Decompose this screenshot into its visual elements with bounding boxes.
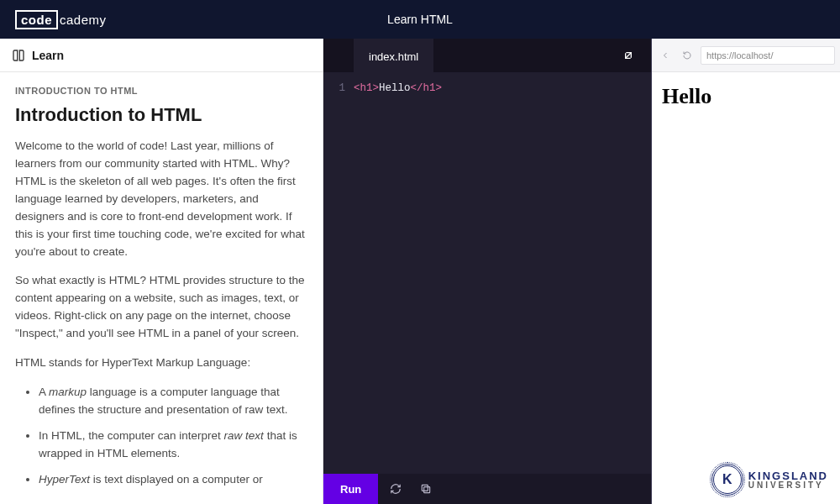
refresh-icon[interactable]: [383, 474, 408, 504]
lesson-paragraph: HTML stands for HyperText Markup Languag…: [15, 354, 307, 372]
logo-text: cademy: [58, 13, 107, 27]
editor-footer: Run: [323, 474, 651, 504]
logo-box: code: [15, 10, 58, 29]
lesson-bullet: HyperText is text displayed on a compute…: [39, 471, 307, 489]
lesson-tab-label[interactable]: Learn: [32, 49, 64, 62]
lesson-content: INTRODUCTION TO HTML Introduction to HTM…: [0, 72, 323, 504]
code-editor-panel: index.html 1 <h1>Hello</h1> Run: [323, 39, 651, 504]
lesson-eyebrow: INTRODUCTION TO HTML: [15, 86, 307, 96]
lesson-bullet: A markup language is a computer language…: [39, 384, 307, 419]
book-icon: [12, 49, 25, 62]
logo[interactable]: code cademy: [15, 10, 107, 29]
editor-tab[interactable]: index.html: [354, 39, 433, 72]
lesson-bullet: In HTML, the computer can interpret raw …: [39, 428, 307, 463]
browser-toolbar: https://localhost/: [652, 39, 840, 72]
code-line[interactable]: <h1>Hello</h1>: [354, 82, 651, 474]
lesson-tab-bar: Learn: [0, 39, 323, 72]
lesson-panel: Learn INTRODUCTION TO HTML Introduction …: [0, 39, 323, 504]
svg-rect-0: [424, 487, 430, 493]
svg-rect-1: [423, 485, 428, 491]
copy-icon[interactable]: [413, 474, 438, 504]
editor-tab-bar: index.html: [323, 39, 651, 72]
lesson-paragraph: So what exactly is HTML? HTML provides s…: [15, 272, 307, 343]
reload-icon[interactable]: [679, 47, 696, 64]
lesson-paragraph: Welcome to the world of code! Last year,…: [15, 138, 307, 260]
line-number: 1: [323, 82, 354, 474]
code-area[interactable]: 1 <h1>Hello</h1>: [323, 72, 651, 474]
course-title: Learn HTML: [387, 13, 453, 26]
back-icon[interactable]: [657, 47, 674, 64]
preview-output: Hello: [652, 72, 840, 504]
url-bar[interactable]: https://localhost/: [701, 46, 835, 65]
expand-icon[interactable]: [614, 39, 643, 72]
lesson-title: Introduction to HTML: [15, 104, 307, 126]
preview-heading: Hello: [662, 84, 830, 109]
preview-panel: https://localhost/ Hello: [651, 39, 840, 504]
top-header: code cademy Learn HTML: [0, 0, 840, 39]
run-button[interactable]: Run: [323, 474, 378, 504]
